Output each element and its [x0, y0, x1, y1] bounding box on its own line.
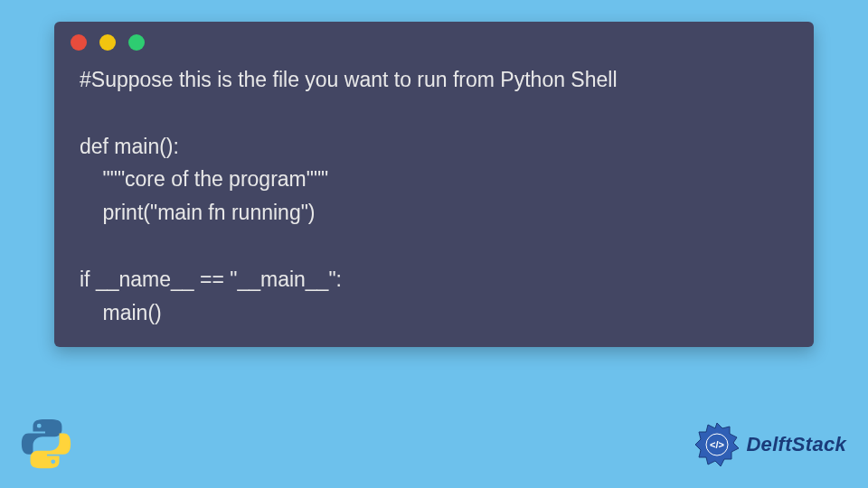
maximize-icon[interactable] — [128, 34, 145, 51]
python-logo-icon — [18, 416, 74, 472]
svg-text:</>: </> — [710, 439, 724, 450]
delftstack-logo: </> DelftStack — [693, 421, 846, 468]
minimize-icon[interactable] — [99, 34, 116, 51]
code-window: #Suppose this is the file you want to ru… — [54, 22, 814, 347]
window-titlebar — [54, 22, 814, 56]
close-icon[interactable] — [71, 34, 87, 51]
brand-name: DelftStack — [746, 433, 846, 456]
delftstack-badge-icon: </> — [693, 421, 741, 468]
code-content: #Suppose this is the file you want to ru… — [54, 56, 814, 347]
